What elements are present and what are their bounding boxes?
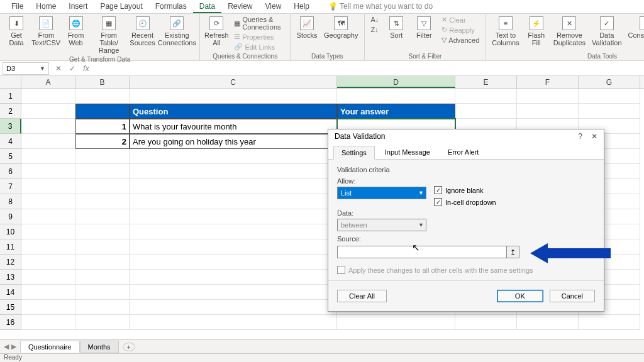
tab-view[interactable]: View (259, 0, 288, 13)
cell-D16[interactable] (337, 315, 455, 330)
cell-E1[interactable] (455, 89, 517, 104)
sheet-nav-next-icon[interactable]: ▶ (11, 343, 16, 351)
cell-E16[interactable] (455, 315, 517, 330)
row-header-1[interactable]: 1 (0, 89, 21, 104)
edit-links-button[interactable]: 🔗 Edit Links (231, 42, 286, 52)
cell-A8[interactable] (21, 194, 75, 209)
cell-C13[interactable] (130, 270, 337, 285)
cell-B9[interactable] (75, 209, 130, 224)
tell-me[interactable]: 💡 Tell me what you want to do (322, 0, 439, 13)
sort-az-button[interactable]: A↓ (369, 15, 382, 24)
clear-filter-button[interactable]: ✕ Clear (439, 15, 482, 25)
cell-C2[interactable]: Question (130, 104, 337, 119)
refresh-all-button[interactable]: ⟳Refresh All (204, 15, 229, 48)
cell-A12[interactable] (21, 255, 75, 270)
properties-button[interactable]: ☰ Properties (231, 32, 286, 41)
cell-A15[interactable] (21, 300, 75, 315)
row-header-3[interactable]: 3 (0, 119, 21, 134)
cancel-button[interactable]: Cancel (550, 290, 595, 302)
cell-F2[interactable] (517, 104, 579, 119)
cell-A3[interactable] (21, 119, 75, 134)
get-data-button[interactable]: ⬇Get Data (4, 15, 29, 48)
cell-B3[interactable]: 1 (75, 119, 130, 134)
source-range-picker-icon[interactable]: ↥ (507, 246, 519, 258)
tab-home[interactable]: Home (30, 0, 62, 13)
cell-A10[interactable] (21, 224, 75, 239)
remove-duplicates-button[interactable]: ✕Remove Duplicates (552, 15, 587, 48)
col-header-g[interactable]: G (579, 76, 640, 88)
tab-formulas[interactable]: Formulas (149, 0, 193, 13)
tab-file[interactable]: File (5, 0, 30, 13)
cell-A13[interactable] (21, 270, 75, 285)
tab-insert[interactable]: Insert (62, 0, 94, 13)
fx-icon[interactable]: fx (79, 64, 93, 73)
dialog-tab-input-message[interactable]: Input Message (377, 146, 438, 160)
cell-B10[interactable] (75, 224, 130, 239)
ok-button[interactable]: OK (497, 290, 543, 302)
cell-A14[interactable] (21, 285, 75, 300)
source-input[interactable] (337, 246, 507, 258)
apply-same-settings-checkbox[interactable]: Apply these changes to all other cells w… (337, 266, 595, 274)
cell-A16[interactable] (21, 315, 75, 330)
sheet-nav-prev-icon[interactable]: ◀ (4, 343, 9, 351)
cell-F16[interactable] (517, 315, 579, 330)
cell-A2[interactable] (21, 104, 75, 119)
cell-B2[interactable] (75, 104, 130, 119)
from-web-button[interactable]: 🌐From Web (64, 15, 89, 48)
row-header-4[interactable]: 4 (0, 134, 21, 149)
existing-connections-button[interactable]: 🔗Existing Connections (158, 15, 196, 48)
cell-C15[interactable] (130, 300, 337, 315)
row-header-11[interactable]: 11 (0, 239, 21, 255)
cell-B13[interactable] (75, 270, 130, 285)
allow-dropdown[interactable]: List▼ (337, 187, 426, 199)
cell-A9[interactable] (21, 209, 75, 224)
row-header-13[interactable]: 13 (0, 270, 21, 285)
cell-C8[interactable] (130, 194, 337, 209)
row-header-9[interactable]: 9 (0, 209, 21, 224)
add-sheet-button[interactable]: + (123, 343, 135, 351)
cell-C1[interactable] (130, 89, 337, 104)
cell-C11[interactable] (130, 239, 337, 255)
cell-B6[interactable] (75, 164, 130, 179)
enter-formula-icon[interactable]: ✓ (65, 64, 79, 73)
row-header-7[interactable]: 7 (0, 179, 21, 194)
cell-B1[interactable] (75, 89, 130, 104)
recent-sources-button[interactable]: 🕘Recent Sources (130, 15, 156, 48)
cell-A5[interactable] (21, 149, 75, 164)
cell-G16[interactable] (579, 315, 640, 330)
cell-C10[interactable] (130, 224, 337, 239)
dialog-close-icon[interactable]: ✕ (591, 132, 597, 141)
from-table-range-button[interactable]: ▦From Table/ Range (91, 15, 127, 55)
cell-A4[interactable] (21, 134, 75, 149)
cancel-formula-icon[interactable]: ✕ (52, 64, 65, 73)
filter-button[interactable]: ▽Filter (411, 15, 436, 40)
reapply-button[interactable]: ↻ Reapply (439, 25, 482, 35)
row-header-2[interactable]: 2 (0, 104, 21, 119)
cell-D1[interactable] (337, 89, 455, 104)
cell-C9[interactable] (130, 209, 337, 224)
geography-button[interactable]: 🗺Geography (322, 15, 360, 40)
name-box[interactable]: D3▼ (3, 62, 49, 75)
col-header-a[interactable]: A (21, 76, 75, 88)
cell-C5[interactable] (130, 149, 337, 164)
cell-C7[interactable] (130, 179, 337, 194)
row-header-6[interactable]: 6 (0, 164, 21, 179)
tab-help[interactable]: Help (287, 0, 316, 13)
cell-C14[interactable] (130, 285, 337, 300)
sheet-tab-questionnaire[interactable]: Questionnaire (20, 341, 80, 353)
consolidate-button[interactable]: ▣Consolidate (626, 15, 644, 40)
tab-data[interactable]: Data (193, 0, 221, 13)
stocks-button[interactable]: 📈Stocks (294, 15, 319, 40)
sort-za-button[interactable]: Z↓ (369, 25, 382, 34)
cell-C6[interactable] (130, 164, 337, 179)
queries-connections-button[interactable]: ▦ Queries & Connections (231, 15, 286, 31)
cell-B5[interactable] (75, 149, 130, 164)
ignore-blank-checkbox[interactable]: ✓Ignore blank (434, 186, 496, 194)
row-header-12[interactable]: 12 (0, 255, 21, 270)
clear-all-button[interactable]: Clear All (337, 290, 387, 302)
cell-B8[interactable] (75, 194, 130, 209)
cell-F1[interactable] (517, 89, 579, 104)
text-to-columns-button[interactable]: ≡Text to Columns (490, 15, 521, 48)
dialog-tab-settings[interactable]: Settings (333, 146, 375, 160)
cell-C4[interactable]: Are you going on holiday this year (130, 134, 337, 149)
